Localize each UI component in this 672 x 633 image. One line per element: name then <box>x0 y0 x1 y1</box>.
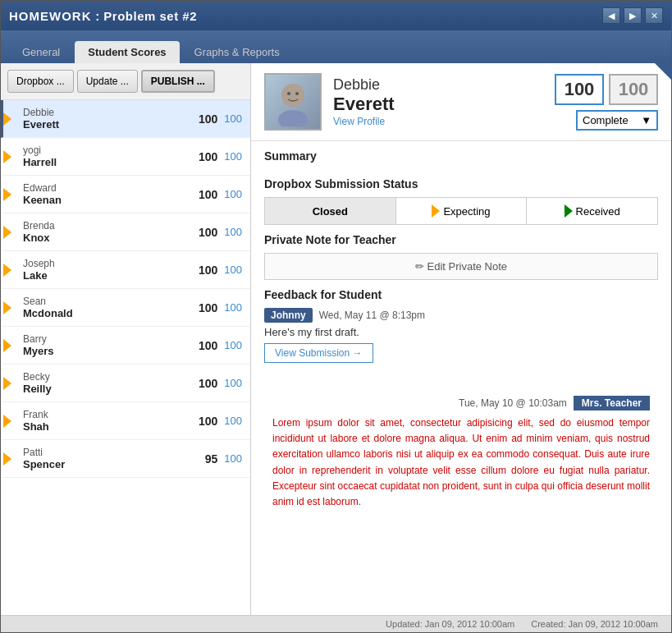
score-boxes: 100 100 Complete ▼ <box>555 74 658 131</box>
student-first-name: Frank <box>23 409 199 420</box>
score-current-box: 100 <box>555 74 604 105</box>
student-info: Debbie Everett View Profile <box>333 76 543 127</box>
dropbox-button[interactable]: Dropbox ... <box>7 70 74 93</box>
main-window: HOMEWORK : Problem set #2 ◀ ▶ ✕ General … <box>0 0 672 633</box>
dropbox-section: Dropbox Submission Status Closed Expecti… <box>251 177 671 233</box>
student-last-name: Knox <box>23 232 199 244</box>
corner-decoration <box>655 63 671 80</box>
student-name: Becky Reilly <box>11 371 199 395</box>
student-scores: 100 100 <box>199 415 242 428</box>
tab-graphs-reports[interactable]: Graphs & Reports <box>181 41 293 63</box>
triangle-icon <box>3 150 11 163</box>
created-text: Created: Jan 09, 2012 10:00am <box>531 619 658 629</box>
student-name: Joseph Lake <box>11 258 199 282</box>
score-max: 100 <box>224 415 242 428</box>
student-last-name: Lake <box>23 269 199 282</box>
left-panel: Dropbox ... Update ... PUBLISH ... Debbi… <box>1 63 251 615</box>
student-item[interactable]: Barry Myers 100 100 <box>1 327 250 365</box>
student-scores: 100 100 <box>199 112 242 126</box>
view-profile-link[interactable]: View Profile <box>333 116 385 127</box>
dropbox-closed-btn[interactable]: Closed <box>265 198 396 224</box>
student-last-name: Reilly <box>23 383 199 395</box>
score-max: 100 <box>224 339 242 352</box>
student-item[interactable]: Patti Spencer 95 100 <box>1 440 250 478</box>
view-submission-button[interactable]: View Submission → <box>264 343 373 363</box>
student-item[interactable]: Edward Keenan 100 100 <box>1 176 250 213</box>
summary-section: Summary <box>251 141 671 177</box>
tab-student-scores[interactable]: Student Scores <box>75 41 179 63</box>
dropdown-arrow-icon: ▼ <box>641 114 651 126</box>
score-max: 100 <box>224 264 242 277</box>
status-dropdown[interactable]: Complete ▼ <box>576 110 658 131</box>
teacher-feedback: Tue, May 10 @ 10:03am Mrs. Teacher Lorem… <box>264 388 658 518</box>
teacher-badge: Mrs. Teacher <box>574 396 650 411</box>
back-button[interactable]: ◀ <box>602 7 620 24</box>
student-first-name: Edward <box>23 182 199 194</box>
student-name: Frank Shah <box>11 409 199 433</box>
avatar-image <box>266 75 320 129</box>
score-max: 100 <box>224 188 242 201</box>
forward-button[interactable]: ▶ <box>624 7 642 24</box>
score-max: 100 <box>224 226 242 239</box>
student-last-name: Harrell <box>23 156 199 168</box>
score-current: 100 <box>199 377 217 390</box>
feedback-date: Wed, May 11 @ 8:13pm <box>319 310 425 321</box>
student-name: Patti Spencer <box>11 447 205 470</box>
student-last-name: Shah <box>23 420 199 433</box>
svg-point-2 <box>287 92 290 95</box>
dropbox-expecting-btn[interactable]: Expecting <box>396 198 528 224</box>
avatar <box>264 73 322 131</box>
score-current: 100 <box>199 112 217 126</box>
student-item[interactable]: yogi Harrell 100 100 <box>1 138 250 176</box>
triangle-icon <box>3 339 11 352</box>
student-item[interactable]: Brenda Knox 100 100 <box>1 213 250 251</box>
main-content: Dropbox ... Update ... PUBLISH ... Debbi… <box>1 63 671 615</box>
received-label: Received <box>576 205 620 218</box>
student-name: Sean Mcdonald <box>11 296 199 319</box>
student-first-name: Becky <box>23 371 199 383</box>
edit-note-button[interactable]: ✏ Edit Private Note <box>264 253 658 280</box>
triangle-icon <box>3 377 11 390</box>
feedback-user-badge: Johnny <box>264 308 313 323</box>
student-name: Barry Myers <box>11 333 199 357</box>
triangle-icon <box>3 301 11 314</box>
student-first-name: Joseph <box>23 258 199 269</box>
score-max: 100 <box>224 112 242 126</box>
score-current: 100 <box>199 415 217 428</box>
student-scores: 95 100 <box>205 452 242 466</box>
student-name: Debbie Everett <box>11 107 199 131</box>
score-row: 100 100 <box>555 74 658 105</box>
student-name: yogi Harrell <box>11 144 199 168</box>
tab-general[interactable]: General <box>9 41 73 63</box>
received-icon <box>565 204 573 218</box>
student-first-name: Patti <box>23 447 205 458</box>
detail-first-name: Debbie <box>333 76 543 94</box>
publish-button[interactable]: PUBLISH ... <box>141 70 215 93</box>
student-item[interactable]: Joseph Lake 100 100 <box>1 251 250 289</box>
score-max: 100 <box>224 452 242 466</box>
student-item[interactable]: Frank Shah 100 100 <box>1 402 250 440</box>
score-current: 100 <box>199 264 217 277</box>
update-button[interactable]: Update ... <box>77 70 138 93</box>
student-name: Edward Keenan <box>11 182 199 206</box>
triangle-icon <box>3 415 11 428</box>
score-current: 100 <box>199 188 217 201</box>
triangle-icon <box>3 452 11 466</box>
student-first-name: Debbie <box>23 107 199 118</box>
window-title: HOMEWORK : Problem set #2 <box>9 9 197 23</box>
student-item[interactable]: Debbie Everett 100 100 <box>1 100 250 138</box>
student-first-name: Barry <box>23 333 199 345</box>
score-current: 100 <box>199 339 217 352</box>
student-last-name: Myers <box>23 345 199 357</box>
student-last-name: Mcdonald <box>23 307 199 319</box>
toolbar: Dropbox ... Update ... PUBLISH ... <box>1 63 250 100</box>
triangle-icon <box>3 264 11 277</box>
close-button[interactable]: ✕ <box>645 7 663 24</box>
triangle-icon <box>3 112 11 126</box>
student-last-name: Everett <box>23 118 199 131</box>
student-item[interactable]: Sean Mcdonald 100 100 <box>1 289 250 327</box>
student-item[interactable]: Becky Reilly 100 100 <box>1 365 250 402</box>
svg-point-0 <box>281 84 304 107</box>
updated-text: Updated: Jan 09, 2012 10:00am <box>386 619 514 629</box>
dropbox-received-btn[interactable]: Received <box>527 198 657 224</box>
